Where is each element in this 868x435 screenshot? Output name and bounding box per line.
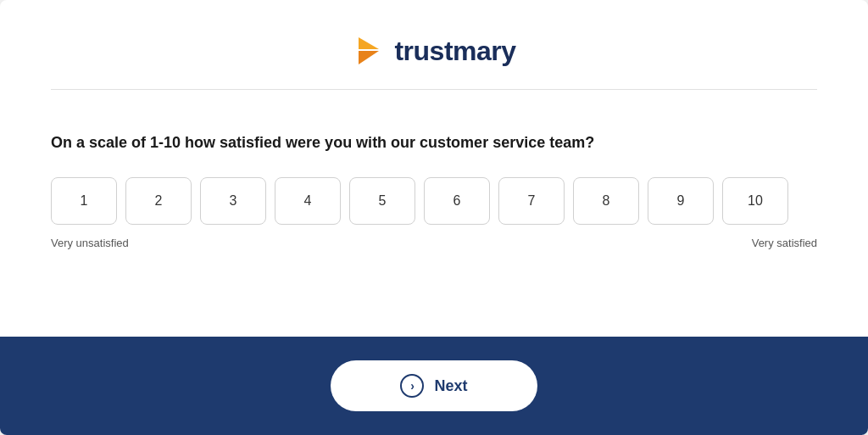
question-section: On a scale of 1-10 how satisfied were yo… <box>51 115 817 266</box>
question-text: On a scale of 1-10 how satisfied were yo… <box>51 132 817 153</box>
rating-button-8[interactable]: 8 <box>573 177 639 225</box>
svg-marker-0 <box>359 37 379 49</box>
rating-button-5[interactable]: 5 <box>349 177 415 225</box>
next-button-label: Next <box>434 377 467 395</box>
trustmary-logo-icon <box>352 34 386 68</box>
scale-label-low: Very unsatisfied <box>51 237 129 249</box>
survey-container: trustmary On a scale of 1-10 how satisfi… <box>0 0 868 435</box>
logo-text: trustmary <box>394 36 515 67</box>
next-button[interactable]: › Next <box>331 360 537 411</box>
rating-button-6[interactable]: 6 <box>424 177 490 225</box>
rating-button-7[interactable]: 7 <box>498 177 565 225</box>
rating-scale: 12345678910 <box>51 177 817 225</box>
rating-button-3[interactable]: 3 <box>200 177 266 225</box>
survey-content: trustmary On a scale of 1-10 how satisfi… <box>0 0 868 337</box>
rating-button-10[interactable]: 10 <box>722 177 788 225</box>
scale-label-high: Very satisfied <box>752 237 817 249</box>
svg-marker-1 <box>359 51 379 64</box>
rating-button-9[interactable]: 9 <box>648 177 714 225</box>
rating-button-2[interactable]: 2 <box>125 177 192 225</box>
logo-area: trustmary <box>51 34 817 90</box>
footer-bar: › Next <box>0 337 868 435</box>
scale-labels: Very unsatisfied Very satisfied <box>51 237 817 249</box>
rating-button-1[interactable]: 1 <box>51 177 117 225</box>
chevron-icon: › <box>400 374 424 398</box>
rating-button-4[interactable]: 4 <box>275 177 341 225</box>
